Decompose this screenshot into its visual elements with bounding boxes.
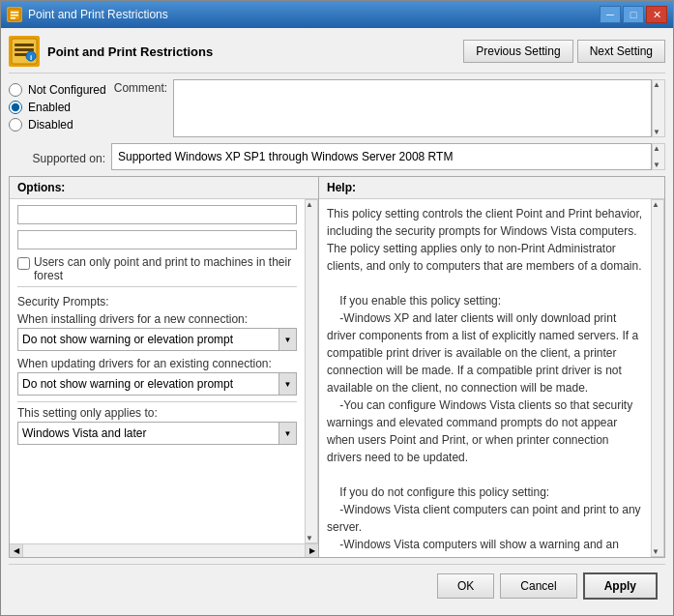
window-title: Point and Print Restrictions — [28, 8, 168, 21]
comment-section: Comment: ▲ ▼ — [114, 79, 665, 137]
server-list-field: srv-par-print.woshub.com;srv-dub-print — [17, 230, 297, 249]
semicolons-input[interactable]: semicolons — [17, 205, 297, 224]
comment-scroll-down[interactable]: ▼ — [653, 128, 664, 136]
installing-dropdown: Do not show warning or elevation prompt … — [17, 328, 297, 351]
radio-comment-row: Not Configured Enabled Disabled Comment:… — [9, 79, 665, 137]
svg-rect-1 — [11, 12, 18, 14]
radio-disabled-label: Disabled — [28, 118, 73, 132]
header-icon: i — [9, 36, 40, 67]
options-scroll[interactable]: semicolons srv-par-print.woshub.com;srv-… — [10, 199, 305, 543]
updating-select-arrow[interactable]: ▼ — [278, 373, 296, 395]
main-body: Options: semicolons srv-par-print.woshub… — [9, 176, 665, 558]
next-setting-button[interactable]: Next Setting — [577, 40, 665, 63]
comment-scroll-up[interactable]: ▲ — [653, 80, 664, 89]
security-prompts-label: Security Prompts: — [17, 295, 297, 308]
header-section: i Point and Print Restrictions Previous … — [9, 36, 665, 73]
previous-setting-button[interactable]: Previous Setting — [463, 40, 572, 63]
forest-checkbox-label: Users can only point and print to machin… — [34, 255, 297, 282]
radio-enabled-input[interactable] — [9, 101, 22, 114]
radio-disabled[interactable]: Disabled — [9, 118, 106, 132]
installing-select[interactable]: Do not show warning or elevation prompt … — [17, 328, 297, 351]
title-bar-left: Point and Print Restrictions — [7, 7, 168, 22]
semicolons-field: semicolons — [17, 205, 297, 224]
applies-select-arrow[interactable]: ▼ — [278, 423, 296, 444]
svg-rect-5 — [15, 44, 34, 46]
installing-select-arrow[interactable]: ▼ — [278, 329, 296, 350]
updating-label: When updating drivers for an existing co… — [17, 357, 297, 370]
applies-dropdown: Windows Vista and later ▼ — [17, 422, 297, 445]
supported-scroll-down[interactable]: ▼ — [653, 161, 664, 169]
radio-enabled[interactable]: Enabled — [9, 101, 106, 114]
cancel-button[interactable]: Cancel — [500, 573, 576, 599]
updating-select-text: Do not show warning or elevation prompt — [18, 374, 278, 394]
svg-rect-7 — [15, 53, 27, 56]
options-scroll-down[interactable]: ▼ — [306, 534, 317, 543]
options-scrollbar[interactable]: ▲ ▼ — [305, 199, 318, 543]
supported-box-wrapper: Supported Windows XP SP1 through Windows… — [111, 143, 665, 170]
svg-rect-3 — [11, 17, 15, 19]
header-buttons: Previous Setting Next Setting — [463, 40, 665, 63]
help-panel: Help: This policy setting controls the c… — [319, 177, 664, 557]
comment-textarea[interactable] — [173, 79, 652, 137]
ok-button[interactable]: OK — [437, 573, 494, 599]
bottom-bar: OK Cancel Apply — [9, 564, 665, 607]
h-scroll-left[interactable]: ◀ — [10, 544, 23, 557]
options-scroll-container: semicolons srv-par-print.woshub.com;srv-… — [10, 199, 318, 543]
supported-value: Supported Windows XP SP1 through Windows… — [111, 143, 652, 170]
help-scroll-up[interactable]: ▲ — [652, 200, 663, 209]
svg-rect-2 — [11, 15, 18, 16]
comment-scrollbar[interactable]: ▲ ▼ — [652, 79, 665, 137]
options-h-scrollbar[interactable]: ◀ ▶ — [10, 543, 318, 557]
options-header: Options: — [10, 177, 318, 199]
maximize-button[interactable]: □ — [623, 6, 644, 23]
comment-input-wrapper: ▲ ▼ — [173, 79, 665, 137]
main-window: Point and Print Restrictions ─ □ ✕ i Poi… — [0, 0, 674, 616]
radio-disabled-input[interactable] — [9, 118, 22, 132]
updating-select[interactable]: Do not show warning or elevation prompt … — [17, 372, 297, 396]
title-bar-controls: ─ □ ✕ — [600, 6, 667, 23]
options-scroll-up[interactable]: ▲ — [306, 200, 317, 209]
help-scrollbar[interactable]: ▲ ▼ — [651, 199, 664, 557]
updating-dropdown: Do not show warning or elevation prompt … — [17, 372, 297, 396]
radio-enabled-label: Enabled — [28, 101, 71, 114]
comment-scroll-track — [653, 89, 664, 128]
help-scroll-track — [652, 209, 663, 547]
supported-label: Supported on: — [9, 148, 105, 165]
radio-not-configured-label: Not Configured — [28, 83, 106, 97]
help-text: This policy setting controls the client … — [319, 199, 651, 557]
supported-row: Supported on: Supported Windows XP SP1 t… — [9, 143, 665, 170]
title-bar: Point and Print Restrictions ─ □ ✕ — [1, 1, 673, 28]
supported-scroll-up[interactable]: ▲ — [653, 144, 664, 153]
help-header: Help: — [319, 177, 664, 199]
close-button[interactable]: ✕ — [646, 6, 667, 23]
help-scroll-down[interactable]: ▼ — [652, 547, 663, 556]
options-panel: Options: semicolons srv-par-print.woshub… — [10, 177, 319, 557]
h-scroll-right[interactable]: ▶ — [305, 544, 318, 557]
applies-select-text: Windows Vista and later — [18, 424, 278, 443]
installing-select-text: Do not show warning or elevation prompt — [18, 330, 278, 349]
applies-label: This setting only applies to: — [17, 406, 297, 420]
minimize-button[interactable]: ─ — [600, 6, 621, 23]
server-list-input[interactable]: srv-par-print.woshub.com;srv-dub-print — [17, 230, 297, 249]
window-content: i Point and Print Restrictions Previous … — [1, 28, 673, 615]
options-scroll-track — [306, 209, 317, 534]
separator-1 — [17, 286, 297, 287]
window-icon — [7, 7, 22, 22]
supported-scrollbar[interactable]: ▲ ▼ — [652, 143, 665, 170]
forest-checkbox[interactable] — [17, 257, 30, 270]
installing-label: When installing drivers for a new connec… — [17, 312, 297, 326]
h-scroll-track — [23, 544, 305, 557]
apply-button[interactable]: Apply — [583, 572, 658, 600]
header-title: Point and Print Restrictions — [47, 44, 455, 59]
applies-select[interactable]: Windows Vista and later ▼ — [17, 422, 297, 445]
comment-label: Comment: — [114, 79, 167, 95]
radio-group: Not Configured Enabled Disabled — [9, 79, 106, 135]
separator-2 — [17, 401, 297, 402]
svg-text:i: i — [30, 53, 32, 62]
radio-not-configured[interactable]: Not Configured — [9, 83, 106, 97]
help-text-container: This policy setting controls the client … — [319, 199, 664, 557]
radio-not-configured-input[interactable] — [9, 83, 22, 97]
supported-scroll-track — [653, 153, 664, 161]
forest-checkbox-row: Users can only point and print to machin… — [17, 255, 297, 282]
